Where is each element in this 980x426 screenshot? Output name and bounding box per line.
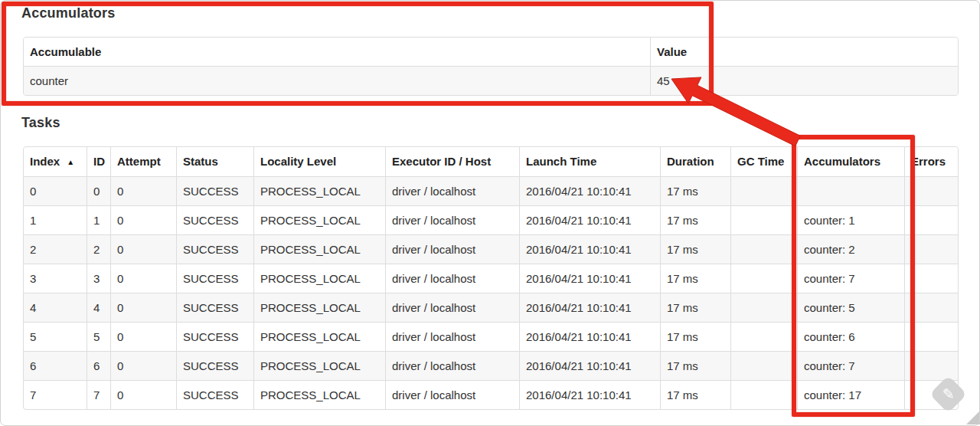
table-cell <box>904 205 958 234</box>
table-cell <box>730 322 797 351</box>
table-cell: 0 <box>110 293 176 322</box>
accumulators-section-heading: Accumulators <box>21 5 115 21</box>
table-cell: 0 <box>110 351 176 380</box>
table-cell: counter: 1 <box>797 205 904 234</box>
table-cell: 2016/04/21 10:10:41 <box>519 264 660 293</box>
table-cell: 2016/04/21 10:10:41 <box>519 380 660 409</box>
page-corner-fold-icon <box>966 411 980 424</box>
column-header-value[interactable]: Value <box>650 38 958 66</box>
table-cell: counter: 7 <box>797 264 904 293</box>
table-cell: 1 <box>24 205 87 234</box>
table-row: counter45 <box>24 66 958 95</box>
table-cell: 0 <box>110 264 176 293</box>
table-cell: 7 <box>87 380 110 409</box>
table-cell: 2016/04/21 10:10:41 <box>519 293 660 322</box>
table-cell <box>730 176 797 205</box>
tasks-table: Index▲IDAttemptStatusLocality LevelExecu… <box>23 146 959 410</box>
table-cell <box>904 176 958 205</box>
table-cell: driver / localhost <box>385 293 519 322</box>
table-cell: counter: 2 <box>797 234 904 264</box>
table-cell: 17 ms <box>660 322 730 351</box>
column-header-accumulators[interactable]: Accumulators <box>797 147 904 176</box>
table-cell <box>730 205 797 234</box>
table-cell: counter <box>24 66 650 95</box>
table-cell <box>904 322 958 351</box>
table-cell: 17 ms <box>660 293 730 322</box>
table-cell: 0 <box>110 380 176 409</box>
table-cell: 5 <box>24 322 87 351</box>
column-header-id[interactable]: ID <box>87 147 110 176</box>
table-cell: 17 ms <box>660 380 730 409</box>
column-header-accumulable[interactable]: Accumulable <box>24 38 650 66</box>
column-header-gc-time[interactable]: GC Time <box>730 147 797 176</box>
column-header-duration[interactable]: Duration <box>660 147 730 176</box>
table-cell: 3 <box>24 264 87 293</box>
table-cell: driver / localhost <box>385 264 519 293</box>
table-cell <box>904 351 958 380</box>
column-header-index[interactable]: Index▲ <box>24 147 87 176</box>
table-cell: driver / localhost <box>385 176 519 205</box>
table-cell <box>797 176 904 205</box>
table-cell: PROCESS_LOCAL <box>253 351 385 380</box>
table-cell: PROCESS_LOCAL <box>253 322 385 351</box>
table-cell <box>730 264 797 293</box>
table-cell: PROCESS_LOCAL <box>253 205 385 234</box>
table-cell: SUCCESS <box>176 293 253 322</box>
table-cell: 2016/04/21 10:10:41 <box>519 322 660 351</box>
table-cell: driver / localhost <box>385 234 519 264</box>
table-cell: 3 <box>87 264 110 293</box>
table-cell: 2 <box>24 234 87 264</box>
table-cell: 2 <box>87 234 110 264</box>
table-cell: 2016/04/21 10:10:41 <box>519 234 660 264</box>
tasks-table-header-row: Index▲IDAttemptStatusLocality LevelExecu… <box>24 147 958 176</box>
table-cell: 1 <box>87 205 110 234</box>
accumulators-table-header-row: AccumulableValue <box>24 38 958 66</box>
column-header-locality-level[interactable]: Locality Level <box>253 147 385 176</box>
table-cell: 4 <box>87 293 110 322</box>
table-cell: 5 <box>87 322 110 351</box>
column-header-executor-id-host[interactable]: Executor ID / Host <box>385 147 519 176</box>
table-cell: 45 <box>650 66 958 95</box>
table-cell: 17 ms <box>660 205 730 234</box>
table-cell: 17 ms <box>660 264 730 293</box>
table-cell: 0 <box>110 176 176 205</box>
table-cell <box>904 293 958 322</box>
table-cell: 0 <box>24 176 87 205</box>
table-row: 110SUCCESSPROCESS_LOCALdriver / localhos… <box>24 205 958 234</box>
table-row: 330SUCCESSPROCESS_LOCALdriver / localhos… <box>24 264 958 293</box>
tasks-section-heading: Tasks <box>21 115 60 131</box>
table-row: 550SUCCESSPROCESS_LOCALdriver / localhos… <box>24 322 958 351</box>
table-cell: SUCCESS <box>176 264 253 293</box>
table-row: 440SUCCESSPROCESS_LOCALdriver / localhos… <box>24 293 958 322</box>
table-cell: SUCCESS <box>176 351 253 380</box>
table-cell: PROCESS_LOCAL <box>253 293 385 322</box>
table-cell <box>730 380 797 409</box>
table-cell: SUCCESS <box>176 176 253 205</box>
table-cell: counter: 6 <box>797 322 904 351</box>
table-cell: 7 <box>24 380 87 409</box>
table-cell <box>904 234 958 264</box>
table-cell <box>730 351 797 380</box>
table-cell: counter: 7 <box>797 351 904 380</box>
table-cell: PROCESS_LOCAL <box>253 380 385 409</box>
table-cell: 2016/04/21 10:10:41 <box>519 351 660 380</box>
table-row: 770SUCCESSPROCESS_LOCALdriver / localhos… <box>24 380 958 409</box>
table-cell: 6 <box>87 351 110 380</box>
table-cell <box>730 293 797 322</box>
accumulators-table: AccumulableValue counter45 <box>23 37 959 96</box>
column-header-attempt[interactable]: Attempt <box>110 147 176 176</box>
table-cell: PROCESS_LOCAL <box>253 264 385 293</box>
table-cell: 17 ms <box>660 234 730 264</box>
column-header-launch-time[interactable]: Launch Time <box>519 147 660 176</box>
column-header-status[interactable]: Status <box>176 147 253 176</box>
pencil-icon: ✎ <box>942 387 955 401</box>
table-cell: 4 <box>24 293 87 322</box>
table-cell <box>904 264 958 293</box>
column-header-errors[interactable]: Errors <box>904 147 958 176</box>
table-cell: 6 <box>24 351 87 380</box>
table-cell: 17 ms <box>660 176 730 205</box>
table-cell <box>730 234 797 264</box>
table-cell: driver / localhost <box>385 205 519 234</box>
table-cell: counter: 17 <box>797 380 904 409</box>
table-cell: 2016/04/21 10:10:41 <box>519 176 660 205</box>
